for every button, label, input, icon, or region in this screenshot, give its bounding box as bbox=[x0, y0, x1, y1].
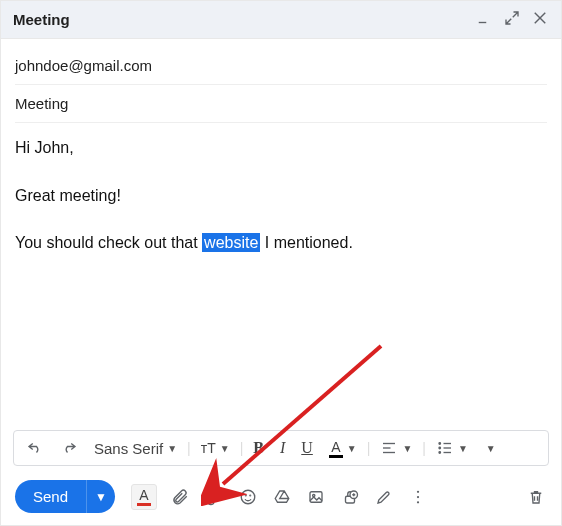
svg-point-6 bbox=[439, 443, 441, 445]
attach-icon[interactable] bbox=[169, 486, 191, 508]
svg-point-13 bbox=[245, 495, 246, 496]
subject-field[interactable]: Meeting bbox=[15, 85, 547, 123]
minimize-icon[interactable] bbox=[475, 9, 493, 30]
body-line1: Great meeting! bbox=[15, 183, 547, 209]
svg-point-20 bbox=[417, 495, 419, 497]
format-toggle-button[interactable]: A bbox=[131, 484, 157, 510]
caret-icon: ▼ bbox=[402, 443, 412, 454]
caret-icon: ▼ bbox=[486, 443, 496, 454]
format-toolbar: Sans Serif▼ | тT▼ | B I U A▼ | ▼ | ▼ ▼ bbox=[13, 430, 549, 466]
svg-point-14 bbox=[250, 495, 251, 496]
expand-icon[interactable] bbox=[503, 9, 521, 30]
window-title: Meeting bbox=[13, 11, 70, 28]
tool-icons: A bbox=[131, 484, 429, 510]
svg-point-21 bbox=[417, 501, 419, 503]
body-line2-highlight[interactable]: website bbox=[202, 233, 260, 252]
confidential-icon[interactable] bbox=[339, 486, 361, 508]
caret-icon: ▼ bbox=[347, 443, 357, 454]
body-editor[interactable]: Hi John, Great meeting! You should check… bbox=[1, 123, 561, 430]
more-icon[interactable] bbox=[407, 486, 429, 508]
header-fields: johndoe@gmail.com Meeting bbox=[1, 39, 561, 123]
svg-point-7 bbox=[439, 447, 441, 449]
send-button[interactable]: Send bbox=[15, 480, 86, 513]
link-icon[interactable] bbox=[203, 486, 225, 508]
svg-point-8 bbox=[439, 452, 441, 454]
redo-button[interactable] bbox=[54, 435, 84, 461]
image-icon[interactable] bbox=[305, 486, 327, 508]
emoji-icon[interactable] bbox=[237, 486, 259, 508]
svg-point-19 bbox=[417, 490, 419, 492]
bottom-toolbar: Send ▼ A bbox=[1, 472, 561, 525]
send-group: Send ▼ bbox=[15, 480, 115, 513]
list-button[interactable]: ▼ bbox=[430, 435, 474, 461]
body-line2-pre: You should check out that bbox=[15, 234, 202, 251]
caret-icon: ▼ bbox=[458, 443, 468, 454]
italic-button[interactable]: I bbox=[274, 435, 291, 461]
signature-icon[interactable] bbox=[373, 486, 395, 508]
bold-button[interactable]: B bbox=[247, 435, 270, 461]
discard-icon[interactable] bbox=[525, 486, 547, 508]
to-field[interactable]: johndoe@gmail.com bbox=[15, 47, 547, 85]
compose-window: Meeting johndoe@gmail.com Meeting Hi Joh… bbox=[0, 0, 562, 526]
text-color-button[interactable]: A▼ bbox=[323, 435, 363, 462]
svg-rect-15 bbox=[310, 491, 322, 502]
drive-icon[interactable] bbox=[271, 486, 293, 508]
window-controls bbox=[475, 9, 549, 30]
body-greeting: Hi John, bbox=[15, 135, 547, 161]
close-icon[interactable] bbox=[531, 9, 549, 30]
body-line2-post: I mentioned. bbox=[260, 234, 353, 251]
align-button[interactable]: ▼ bbox=[374, 435, 418, 461]
svg-point-12 bbox=[241, 490, 255, 504]
send-options-button[interactable]: ▼ bbox=[86, 480, 115, 513]
titlebar: Meeting bbox=[1, 1, 561, 39]
body-line2: You should check out that website I ment… bbox=[15, 230, 547, 256]
caret-icon: ▼ bbox=[167, 443, 177, 454]
caret-icon: ▼ bbox=[220, 443, 230, 454]
font-family-select[interactable]: Sans Serif▼ bbox=[88, 438, 183, 459]
underline-button[interactable]: U bbox=[295, 435, 319, 461]
font-size-button[interactable]: тT▼ bbox=[195, 436, 236, 460]
undo-button[interactable] bbox=[20, 435, 50, 461]
more-format-button[interactable]: ▼ bbox=[478, 439, 502, 458]
